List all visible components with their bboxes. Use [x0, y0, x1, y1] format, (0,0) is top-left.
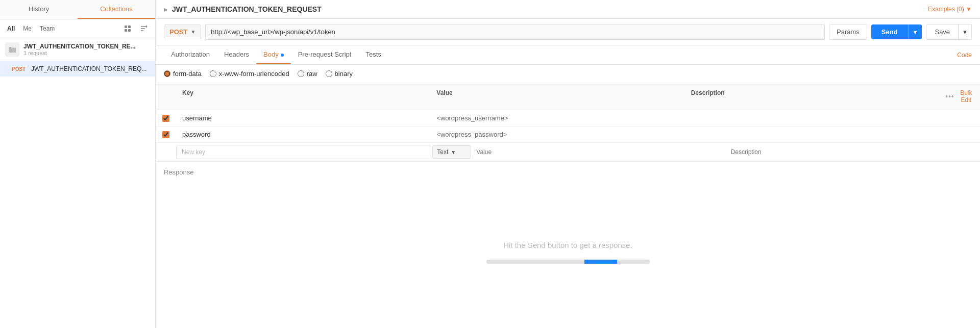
response-placeholder: Hit the Send button to get a response. — [156, 176, 980, 328]
radio-x-www-input[interactable] — [210, 70, 216, 77]
method-label: POST — [169, 28, 187, 36]
response-placeholder-text: Hit the Send button to get a response. — [503, 241, 632, 249]
new-collection-icon[interactable] — [121, 23, 134, 34]
collection-meta: 1 request — [23, 50, 136, 56]
new-key-row: Text ▼ — [156, 143, 980, 162]
request-item[interactable]: POST JWT_AUTHENTICATION_TOKEN_REQ... — [0, 61, 155, 77]
radio-binary[interactable]: binary — [326, 70, 353, 78]
th-value: Value — [430, 86, 684, 107]
row1-actions — [939, 114, 980, 122]
row1-key: username — [176, 110, 430, 126]
tab-authorization[interactable]: Authorization — [164, 45, 217, 64]
send-dropdown-icon[interactable]: ▼ — [908, 24, 922, 39]
response-section: Response — [156, 162, 980, 176]
send-button[interactable]: Send — [871, 24, 908, 39]
request-name: JWT_AUTHENTICATION_TOKEN_REQ... — [31, 65, 146, 72]
filter-all[interactable]: All — [5, 24, 17, 33]
sort-icon[interactable] — [138, 23, 150, 34]
request-title: JWT_AUTHENTICATION_TOKEN_REQUEST — [172, 5, 322, 13]
svg-rect-1 — [128, 26, 131, 28]
radio-binary-label: binary — [335, 70, 353, 78]
new-value-input[interactable] — [471, 145, 725, 159]
row1-value: <wordpress_username> — [430, 110, 684, 126]
save-button[interactable]: Save — [926, 24, 959, 40]
type-label: Text — [437, 148, 448, 156]
row2-checkbox[interactable] — [162, 131, 169, 138]
tab-tests[interactable]: Tests — [358, 45, 388, 64]
radio-x-www[interactable]: x-www-form-urlencoded — [210, 70, 289, 78]
row1-description — [685, 114, 939, 122]
examples-link[interactable]: Examples (0) ▼ — [928, 6, 972, 13]
th-key: Key — [176, 86, 430, 107]
row2-value: <wordpress_password> — [430, 127, 684, 142]
row1-checkbox[interactable] — [162, 115, 169, 122]
collection-folder-icon — [5, 42, 19, 57]
collection-name: JWT_AUTHENITCATION_TOKEN_RE... — [23, 43, 136, 50]
response-label: Response — [164, 168, 194, 176]
url-input[interactable] — [205, 24, 825, 40]
row2-key: password — [176, 127, 430, 142]
radio-raw-input[interactable] — [298, 70, 304, 77]
request-method-badge: POST — [12, 66, 27, 72]
filter-row: All Me Team — [0, 19, 155, 38]
sidebar-tabs: History Collections — [0, 0, 155, 19]
new-desc-input[interactable] — [726, 145, 980, 159]
tab-pre-request-script[interactable]: Pre-request Script — [291, 45, 359, 64]
row1-checkbox-cell — [156, 111, 176, 126]
radio-raw[interactable]: raw — [298, 70, 317, 78]
radio-form-data-label: form-data — [173, 70, 202, 78]
radio-binary-input[interactable] — [326, 70, 332, 77]
progress-bar-fill — [486, 260, 584, 264]
svg-rect-2 — [125, 29, 127, 32]
svg-rect-3 — [128, 29, 131, 32]
table-header: Key Value Description ••• Bulk Edit — [156, 83, 980, 110]
row2-checkbox-cell — [156, 127, 176, 142]
body-tab-dot — [281, 54, 284, 57]
th-actions: ••• Bulk Edit — [939, 86, 980, 107]
radio-raw-label: raw — [307, 70, 317, 78]
tab-collections[interactable]: Collections — [78, 0, 155, 19]
row2-description — [685, 131, 939, 139]
tab-history[interactable]: History — [0, 0, 78, 19]
collection-group[interactable]: JWT_AUTHENITCATION_TOKEN_RE... 1 request — [0, 38, 155, 61]
sidebar: History Collections All Me Team — [0, 0, 156, 328]
params-button[interactable]: Params — [829, 24, 867, 40]
type-chevron-icon: ▼ — [451, 149, 456, 155]
new-key-input[interactable] — [176, 145, 430, 159]
table-row: password <wordpress_password> — [156, 127, 980, 143]
send-btn-group: Send ▼ — [871, 24, 922, 39]
table-row: username <wordpress_username> — [156, 110, 980, 127]
type-select[interactable]: Text ▼ — [432, 145, 471, 159]
radio-form-data-input[interactable] — [164, 70, 170, 77]
request-title-bar: ▶ JWT_AUTHENTICATION_TOKEN_REQUEST Examp… — [156, 0, 980, 19]
collection-info: JWT_AUTHENITCATION_TOKEN_RE... 1 request — [23, 43, 136, 56]
progress-bar — [486, 260, 650, 264]
th-description: Description — [685, 86, 939, 107]
filter-me[interactable]: Me — [21, 24, 34, 33]
tab-body[interactable]: Body — [256, 45, 291, 64]
main-content: ▶ JWT_AUTHENTICATION_TOKEN_REQUEST Examp… — [156, 0, 980, 328]
th-checkbox — [156, 86, 176, 107]
save-btn-group: Save ▼ — [926, 24, 972, 40]
tabs-row: Authorization Headers Body Pre-request S… — [156, 45, 980, 65]
body-options: form-data x-www-form-urlencoded raw bina… — [156, 65, 980, 83]
progress-bar-blue — [584, 260, 617, 264]
url-bar: POST ▼ Params Send ▼ Save ▼ — [156, 19, 980, 45]
bulk-edit-button[interactable]: Bulk Edit — [959, 89, 974, 104]
row2-actions — [939, 131, 980, 139]
radio-form-data[interactable]: form-data — [164, 70, 202, 78]
progress-bar-end — [617, 260, 650, 264]
tab-headers[interactable]: Headers — [217, 45, 256, 64]
more-options-button[interactable]: ••• — [945, 92, 954, 100]
method-select[interactable]: POST ▼ — [164, 24, 201, 39]
svg-rect-0 — [125, 26, 127, 28]
method-chevron-icon: ▼ — [190, 29, 195, 35]
radio-x-www-label: x-www-form-urlencoded — [219, 70, 289, 78]
triangle-icon: ▶ — [164, 7, 168, 12]
save-dropdown-icon[interactable]: ▼ — [959, 24, 972, 40]
filter-team[interactable]: Team — [38, 24, 57, 33]
code-link[interactable]: Code — [957, 52, 972, 59]
